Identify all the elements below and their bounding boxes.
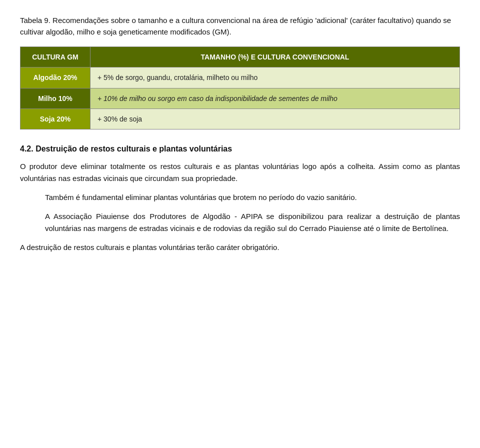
table-row: Milho 10% + 10% de milho ou sorgo em cas… [20, 88, 460, 108]
row-content-algodao: + 5% de sorgo, guandu, crotalária, milhe… [90, 68, 460, 88]
table-row: Soja 20% + 30% de soja [20, 108, 460, 129]
recommendations-table: CULTURA GM TAMANHO (%) E CULTURA CONVENC… [20, 46, 460, 130]
paragraph-1: O produtor deve eliminar totalmente os r… [20, 160, 460, 184]
intro-paragraph: Tabela 9. Recomendações sobre o tamanho … [20, 15, 460, 38]
header-tamanho: TAMANHO (%) E CULTURA CONVENCIONAL [90, 47, 460, 68]
table-row: Algodão 20% + 5% de sorgo, guandu, crota… [20, 68, 460, 88]
row-label-algodao: Algodão 20% [20, 68, 90, 88]
table-header-row: CULTURA GM TAMANHO (%) E CULTURA CONVENC… [20, 47, 460, 68]
paragraph-4: A destruição de restos culturais e plant… [20, 242, 460, 254]
paragraph-3: A Associação Piauiense dos Produtores de… [45, 210, 460, 234]
row-label-milho: Milho 10% [20, 88, 90, 108]
row-content-soja: + 30% de soja [90, 108, 460, 129]
row-content-milho: + 10% de milho ou sorgo em caso da indis… [90, 88, 460, 108]
row-label-soja: Soja 20% [20, 108, 90, 129]
section-heading: 4.2. Destruição de restos culturais e pl… [20, 144, 460, 154]
header-cultura: CULTURA GM [20, 47, 90, 68]
paragraph-2: Também é fundamental eliminar plantas vo… [45, 192, 460, 204]
